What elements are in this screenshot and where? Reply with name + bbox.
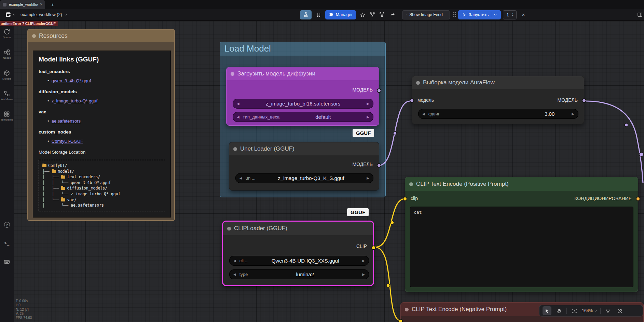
collapse-dot[interactable] xyxy=(416,81,420,85)
error-toast[interactable]: untimeError 7 CLIPLoaderGGUF xyxy=(0,20,58,26)
node-load-diffusion-model[interactable]: Загрузить модель диффузии МОДЕЛЬ ◀ z_ima… xyxy=(226,67,379,126)
fit-view-button[interactable] xyxy=(570,306,579,315)
node-header[interactable]: CLIPLoader (GGUF) xyxy=(223,222,373,235)
step-down-icon[interactable]: ▾ xyxy=(512,15,516,17)
model-link[interactable]: qwen_3_4b-Q*.gguf xyxy=(52,78,91,83)
combo-prev-icon[interactable]: ◀ xyxy=(237,115,239,119)
bookmark-icon-button[interactable] xyxy=(314,10,323,19)
sidebar-item-workflows[interactable]: Workflows xyxy=(0,90,14,101)
group-title: Resources xyxy=(39,32,68,40)
cancel-run-button[interactable]: × xyxy=(519,10,528,19)
combo-next-icon[interactable]: ▶ xyxy=(367,115,369,119)
group-collapse-dot[interactable] xyxy=(32,34,36,38)
comfyui-logo-menu[interactable] xyxy=(3,10,18,19)
clip-name-combo[interactable]: ◀ cli ... Qwen3-4B-UD-IQ3_XXS.gguf ▶ xyxy=(229,256,369,266)
workflow-name-menu[interactable]: example_workflow (2) xyxy=(20,10,67,19)
node-clip-loader-gguf[interactable]: CLIPLoader (GGUF) CLIP ◀ cli ... Qwen3-4… xyxy=(222,221,374,286)
combo-prev-icon[interactable]: ◀ xyxy=(239,176,242,180)
sidebar-item-help[interactable]: ? xyxy=(0,222,14,228)
stepper-decrement-icon[interactable]: ◀ xyxy=(422,112,425,116)
collapse-dot[interactable] xyxy=(409,182,413,186)
stepper-icons[interactable]: ▴▾ xyxy=(512,13,516,17)
combo-next-icon[interactable]: ▶ xyxy=(362,259,365,263)
combo-prev-icon[interactable]: ◀ xyxy=(237,102,239,106)
ckpt-name-combo[interactable]: ◀ z_image_turbo_bf16.safetensors ▶ xyxy=(233,99,373,109)
sidebar-item-queue[interactable]: Queue xyxy=(0,29,14,39)
clip-input-dot[interactable] xyxy=(403,197,407,201)
sidebar-item-models[interactable]: Models xyxy=(0,70,14,80)
clip-input-dot[interactable] xyxy=(398,319,403,322)
model-link[interactable]: ComfyUI-GGUF xyxy=(52,139,83,144)
new-tab-button[interactable]: + xyxy=(49,1,56,8)
model-link[interactable]: z_image_turbo-Q*.gguf xyxy=(52,98,97,103)
combo-prev-icon[interactable]: ◀ xyxy=(233,272,236,276)
combo-value: lumina2 xyxy=(248,271,362,277)
node-header[interactable]: Загрузить модель диффузии xyxy=(227,67,379,80)
type-combo[interactable]: ◀ type lumina2 ▶ xyxy=(229,269,369,279)
weight-dtype-combo[interactable]: ◀ тип_данных_веса default ▶ xyxy=(233,112,373,122)
model-link[interactable]: ae.safetensors xyxy=(52,118,81,124)
drag-grip-icon[interactable] xyxy=(453,12,454,13)
stepper-increment-icon[interactable]: ▶ xyxy=(572,112,574,116)
panel-toggle-button[interactable] xyxy=(635,10,644,19)
folder-icon xyxy=(42,164,46,167)
note-section-label: custom_nodes xyxy=(39,129,165,135)
prompt-textarea[interactable]: cat xyxy=(410,207,633,287)
sidebar-item-nodes[interactable]: Nodes xyxy=(0,49,14,59)
note-node-model-links[interactable]: Model links (GGUF) text_encoders • qwen_… xyxy=(33,51,171,218)
perf-stats: T: 0.00s I: 0 N: 12 [7] V: 25 FPS:74.63 xyxy=(16,299,32,320)
node-model-sampling-auraflow[interactable]: Выборка модели AuraFlow модель МОДЕЛЬ ◀ … xyxy=(412,76,584,124)
manager-button[interactable]: Manager xyxy=(325,10,356,19)
combo-next-icon[interactable]: ▶ xyxy=(362,272,365,276)
collapse-dot[interactable] xyxy=(405,308,409,311)
node-unet-loader-gguf[interactable]: Unet Loader (GGUF) МОДЕЛЬ ◀ un ... z_ima… xyxy=(229,142,379,191)
run-button[interactable]: Запустить xyxy=(458,10,501,19)
zoom-level-button[interactable]: 164% xyxy=(582,308,597,313)
tab-close-icon[interactable]: × xyxy=(40,2,42,6)
node-header[interactable]: Unet Loader (GGUF) xyxy=(229,142,379,155)
clip-output-dot[interactable] xyxy=(371,246,376,250)
puzzle-icon xyxy=(329,12,333,17)
sidebar-item-terminal[interactable]: >_ xyxy=(0,241,14,246)
combo-next-icon[interactable]: ▶ xyxy=(367,176,369,180)
node-header[interactable]: CLIP Text Encode (Positive Prompt) xyxy=(405,177,638,191)
workflow-branch-icon-button[interactable] xyxy=(378,10,386,19)
share-arrow-icon xyxy=(390,12,395,17)
gguf-badge: GGUF xyxy=(353,129,374,137)
node-header[interactable]: Выборка модели AuraFlow xyxy=(412,76,584,89)
combo-next-icon[interactable]: ▶ xyxy=(367,102,369,106)
sidebar-item-templates[interactable]: Templates xyxy=(0,111,14,121)
collapse-dot[interactable] xyxy=(231,72,234,76)
star-icon-button[interactable] xyxy=(358,10,367,19)
batch-count-value[interactable]: 1 xyxy=(503,12,512,17)
share-icon-button[interactable] xyxy=(388,10,397,19)
model-input-dot[interactable] xyxy=(410,98,414,103)
sidebar-item-shortcuts[interactable] xyxy=(0,259,14,265)
collapse-dot[interactable] xyxy=(233,147,237,151)
chevron-down-icon[interactable] xyxy=(494,13,497,16)
shift-number-widget[interactable]: ◀ сдвиг 3.00 ▶ xyxy=(418,109,578,119)
model-output-dot[interactable] xyxy=(377,88,381,93)
stat-time: T: 0.00s xyxy=(16,299,32,303)
show-image-feed-button[interactable]: Show Image Feed xyxy=(402,10,450,19)
workflow-nodes-icon-button[interactable] xyxy=(368,10,377,19)
batch-count-input[interactable]: 1 ▴▾ xyxy=(503,10,517,19)
node-clip-text-encode-positive[interactable]: CLIP Text Encode (Positive Prompt) clip … xyxy=(405,177,638,292)
toggle-minimap-button[interactable] xyxy=(604,306,613,315)
browser-tab[interactable]: example_workflow (2) × xyxy=(0,0,45,9)
templates-grid-icon xyxy=(4,111,10,117)
conditioning-output-dot[interactable] xyxy=(636,197,640,201)
toggle-links-button[interactable] xyxy=(616,306,625,315)
select-tool-button[interactable] xyxy=(543,306,551,315)
model-output-label: МОДЕЛЬ xyxy=(353,87,373,93)
comfyui-logo-icon xyxy=(5,12,11,18)
unet-name-combo[interactable]: ◀ un ... z_image_turbo-Q3_K_S.gguf ▶ xyxy=(235,173,373,183)
collapse-dot[interactable] xyxy=(227,227,231,230)
pan-tool-button[interactable] xyxy=(554,306,563,315)
combo-label: тип_данных_веса xyxy=(243,114,279,120)
model-output-dot[interactable] xyxy=(377,163,381,168)
node-title: CLIP Text Encode (Positive Prompt) xyxy=(416,181,509,187)
combo-prev-icon[interactable]: ◀ xyxy=(233,259,236,263)
flask-icon-button[interactable] xyxy=(300,10,312,19)
model-output-dot[interactable] xyxy=(582,98,586,103)
